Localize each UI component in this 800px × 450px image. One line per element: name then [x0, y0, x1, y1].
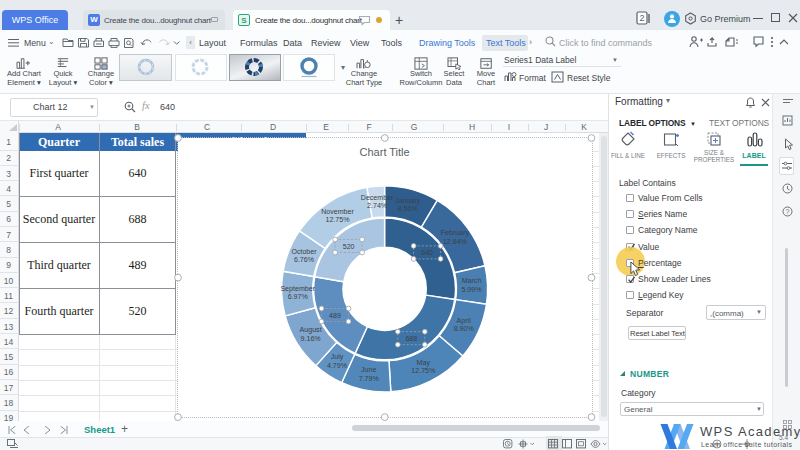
- svg-text:August: August: [300, 326, 322, 334]
- svg-text:7.79%: 7.79%: [359, 374, 380, 382]
- svg-text:6.76%: 6.76%: [294, 256, 315, 264]
- svg-text:8.90%: 8.90%: [454, 325, 475, 333]
- svg-text:688: 688: [405, 334, 417, 342]
- svg-text:8.56%: 8.56%: [398, 205, 419, 213]
- svg-text:October: October: [291, 247, 317, 255]
- svg-text:July: July: [331, 353, 344, 361]
- svg-text:March: March: [462, 277, 482, 285]
- svg-text:February: February: [441, 229, 470, 237]
- svg-text:9.16%: 9.16%: [301, 334, 322, 342]
- svg-text:640: 640: [421, 249, 433, 257]
- svg-text:489: 489: [329, 311, 341, 319]
- svg-text:520: 520: [343, 242, 355, 250]
- svg-text:September: September: [280, 284, 315, 292]
- svg-text:6.97%: 6.97%: [288, 293, 309, 301]
- svg-text:April: April: [457, 316, 472, 324]
- svg-text:4.79%: 4.79%: [327, 361, 348, 369]
- svg-text:2.74%: 2.74%: [367, 202, 388, 210]
- svg-text:Chart Title: Chart Title: [360, 145, 410, 157]
- svg-text:12.75%: 12.75%: [325, 216, 350, 224]
- svg-text:12.84%: 12.84%: [443, 237, 468, 245]
- svg-text:June: June: [361, 366, 376, 374]
- svg-text:January: January: [395, 196, 421, 204]
- svg-text:December: December: [361, 193, 394, 201]
- svg-text:?: ?: [786, 208, 790, 215]
- svg-text:5.99%: 5.99%: [461, 285, 482, 293]
- svg-text:May: May: [417, 358, 431, 366]
- svg-text:November: November: [321, 207, 354, 215]
- svg-text:12.75%: 12.75%: [411, 367, 436, 375]
- svg-text:2: 2: [639, 13, 644, 23]
